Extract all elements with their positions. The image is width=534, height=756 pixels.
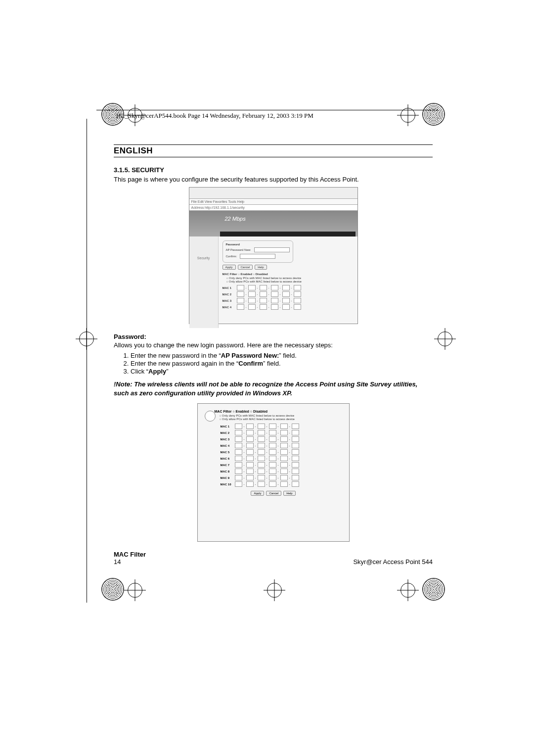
mac-input[interactable] — [235, 443, 242, 448]
mac-input[interactable] — [292, 475, 299, 480]
mac-input[interactable] — [282, 304, 290, 310]
mac-input[interactable] — [282, 291, 290, 297]
mac-input[interactable] — [271, 291, 278, 297]
mac-input[interactable] — [282, 298, 290, 303]
mac-input[interactable] — [280, 469, 288, 474]
mac-input[interactable] — [235, 481, 242, 487]
help-button[interactable]: Help — [283, 491, 295, 496]
mac-input[interactable] — [237, 291, 244, 297]
mac-input[interactable] — [280, 462, 288, 468]
mac-input[interactable] — [292, 443, 299, 448]
window-titlebar — [189, 188, 357, 199]
mac-input[interactable] — [260, 298, 267, 303]
mac-input[interactable] — [237, 285, 244, 290]
mac-input[interactable] — [260, 304, 267, 310]
mac-input[interactable] — [269, 430, 276, 435]
mac-input[interactable] — [258, 481, 265, 487]
allow-option[interactable]: ○ Only allow PCs with MAC listed below t… — [226, 280, 354, 283]
mac-input[interactable] — [246, 469, 254, 474]
mac-input[interactable] — [248, 291, 256, 297]
mac-input[interactable] — [248, 304, 256, 310]
mac-input[interactable] — [258, 462, 265, 468]
mac-input[interactable] — [246, 443, 254, 448]
mac-input[interactable] — [246, 475, 254, 480]
mac-input[interactable] — [260, 285, 267, 290]
mac-input[interactable] — [280, 436, 288, 442]
mac-input[interactable] — [258, 430, 265, 435]
allow-option[interactable]: ○ Only allow PCs with MAC listed below t… — [220, 418, 345, 421]
mac-input[interactable] — [235, 436, 242, 442]
mac-input[interactable] — [269, 481, 276, 487]
mac-input[interactable] — [258, 449, 265, 455]
mac-row: MAC 3----- — [221, 436, 345, 442]
mac-input[interactable] — [280, 456, 288, 461]
mac-input[interactable] — [294, 304, 301, 310]
deny-option[interactable]: ○ Only deny PCs with MAC listed below to… — [226, 277, 354, 280]
mac-input[interactable] — [294, 285, 301, 290]
mac-input[interactable] — [280, 430, 288, 435]
mac-input[interactable] — [258, 469, 265, 474]
mac-input[interactable] — [294, 298, 301, 303]
mac-input[interactable] — [237, 304, 244, 310]
mac-input[interactable] — [280, 443, 288, 448]
password-confirm-input[interactable] — [240, 254, 275, 259]
mac-input[interactable] — [246, 436, 254, 442]
mac-input[interactable] — [269, 443, 276, 448]
mac-input[interactable] — [282, 285, 290, 290]
mac-input[interactable] — [235, 469, 242, 474]
mac-input[interactable] — [235, 475, 242, 480]
mac-input[interactable] — [258, 443, 265, 448]
mac-input[interactable] — [269, 469, 276, 474]
apply-button[interactable]: Apply — [251, 491, 264, 496]
mac-input[interactable] — [292, 424, 299, 429]
macfilter-header: MAC Filter ○ Enabled ○ Disabled — [215, 410, 345, 413]
apply-button[interactable]: Apply — [222, 265, 236, 270]
help-button[interactable]: Help — [255, 265, 267, 270]
mac-input[interactable] — [271, 298, 278, 303]
mac-input[interactable] — [235, 449, 242, 455]
mac-input[interactable] — [235, 430, 242, 435]
deny-option[interactable]: ○ Only deny PCs with MAC listed below to… — [220, 414, 345, 417]
mac-input[interactable] — [246, 481, 254, 487]
cancel-button[interactable]: Cancel — [266, 491, 281, 496]
mac-input[interactable] — [292, 469, 299, 474]
mac-input[interactable] — [248, 285, 256, 290]
mac-input[interactable] — [260, 291, 267, 297]
mac-input[interactable] — [246, 449, 254, 455]
mac-input[interactable] — [235, 456, 242, 461]
mac-input[interactable] — [235, 462, 242, 468]
mac-input[interactable] — [280, 475, 288, 480]
mac-input[interactable] — [248, 298, 256, 303]
mac-input[interactable] — [246, 456, 254, 461]
mac-label: MAC 3 — [221, 438, 233, 441]
mac-input[interactable] — [246, 430, 254, 435]
mac-input[interactable] — [292, 462, 299, 468]
mac-input[interactable] — [269, 462, 276, 468]
mac-input[interactable] — [258, 475, 265, 480]
mac-input[interactable] — [237, 298, 244, 303]
mac-input[interactable] — [280, 449, 288, 455]
mac-input[interactable] — [280, 424, 288, 429]
mac-input[interactable] — [269, 424, 276, 429]
mac-input[interactable] — [258, 436, 265, 442]
mac-input[interactable] — [271, 285, 278, 290]
password-new-input[interactable] — [254, 247, 290, 252]
mac-input[interactable] — [235, 424, 242, 429]
mac-input[interactable] — [292, 436, 299, 442]
mac-input[interactable] — [258, 456, 265, 461]
mac-input[interactable] — [292, 449, 299, 455]
cancel-button[interactable]: Cancel — [238, 265, 253, 270]
mac-input[interactable] — [292, 456, 299, 461]
mac-input[interactable] — [280, 481, 288, 487]
mac-input[interactable] — [258, 424, 265, 429]
mac-input[interactable] — [246, 424, 254, 429]
mac-input[interactable] — [269, 436, 276, 442]
mac-input[interactable] — [269, 456, 276, 461]
mac-input[interactable] — [294, 291, 301, 297]
mac-input[interactable] — [271, 304, 278, 310]
mac-input[interactable] — [246, 462, 254, 468]
mac-input[interactable] — [292, 481, 299, 487]
mac-input[interactable] — [269, 449, 276, 455]
mac-input[interactable] — [292, 430, 299, 435]
mac-input[interactable] — [269, 475, 276, 480]
